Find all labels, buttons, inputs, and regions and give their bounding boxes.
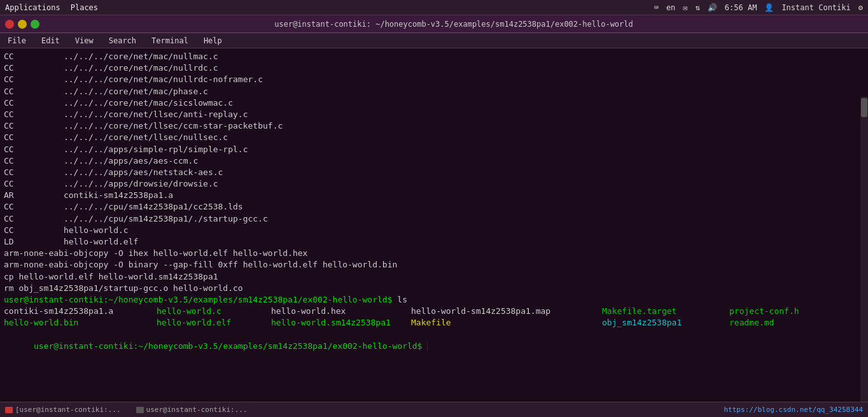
menu-bar: File Edit View Search Terminal Help [0, 33, 868, 48]
terminal-line: CC ../../../apps/drowsie/drowsie.c [4, 178, 864, 190]
maximize-button[interactable] [31, 20, 39, 29]
volume-icon: 🔊 [708, 3, 717, 12]
ls-output-line2: hello-world.bin hello-world.elf hello-wo… [4, 317, 864, 329]
close-button[interactable] [5, 20, 14, 29]
keyboard-lang: en [666, 3, 675, 12]
terminal-line: rm obj_sm14z2538pa1/startup-gcc.o hello-… [4, 283, 864, 294]
username: Instant Contiki [781, 3, 850, 12]
ls-output-line1: contiki-sm14z2538pa1.a hello-world.c hel… [4, 306, 864, 317]
menu-file[interactable]: File [3, 35, 31, 46]
terminal-line-prompt-final: user@instant-contiki:~/honeycomb-v3.5/ex… [4, 329, 864, 364]
terminal-line: CC ../../../core/net/mac/nullrdc-noframe… [4, 74, 864, 85]
places-menu[interactable]: Places [71, 3, 98, 12]
system-bar-left: Applications Places [5, 3, 98, 12]
network-icon: ⇅ [696, 3, 700, 12]
user-icon: 👤 [764, 3, 774, 12]
status-left: [user@instant-contiki:... user@instant-c… [5, 406, 248, 414]
terminal-line: CC ../../../apps/aes/aes-ccm.c [4, 155, 864, 167]
menu-terminal[interactable]: Terminal [146, 35, 193, 46]
menu-help[interactable]: Help [199, 35, 227, 46]
terminal-icon-2 [136, 407, 144, 413]
terminal-line: CC ../../../core/net/llsec/nullsec.c [4, 132, 864, 143]
terminal-line: CC ../../../core/net/mac/sicslowmac.c [4, 97, 864, 109]
terminal-line: CC ../../../apps/aes/netstack-aes.c [4, 167, 864, 178]
terminal-line: AR contiki-sm14z2538pa1.a [4, 190, 864, 201]
terminal-line: cp hello-world.elf hello-world.sm14z2538… [4, 271, 864, 283]
status-tab-2[interactable]: user@instant-contiki:... [136, 406, 248, 414]
scrollbar-thumb[interactable] [861, 98, 867, 117]
scrollbar[interactable] [860, 97, 868, 402]
tab-label-2: user@instant-contiki:... [146, 406, 248, 414]
terminal-icon [5, 407, 13, 413]
clock: 6:56 AM [725, 3, 757, 12]
minimize-button[interactable] [18, 20, 27, 29]
terminal-line: arm-none-eabi-objcopy -O ihex hello-worl… [4, 248, 864, 259]
status-link: https://blog.csdn.net/qq_34258344 [724, 406, 863, 414]
menu-view[interactable]: View [70, 35, 99, 46]
terminal-line: CC ../../../core/net/mac/nullrdc.c [4, 62, 864, 74]
menu-search[interactable]: Search [104, 35, 141, 46]
terminal-line: CC ../../../cpu/sm14z2538pa1/./startup-g… [4, 213, 864, 225]
status-tab-1[interactable]: [user@instant-contiki:... [5, 406, 121, 414]
system-bar: Applications Places ⌨ en ✉ ⇅ 🔊 6:56 AM 👤… [0, 0, 868, 15]
terminal-line-prompt: user@instant-contiki:~/honeycomb-v3.5/ex… [4, 294, 864, 306]
terminal-line: CC ../../../core/net/mac/phase.c [4, 86, 864, 97]
terminal-line: CC hello-world.c [4, 225, 864, 236]
mail-icon: ✉ [683, 3, 687, 12]
title-bar: user@instant-contiki: ~/honeycomb-v3.5/e… [0, 15, 868, 33]
terminal-line: arm-none-eabi-objcopy -O binary --gap-fi… [4, 259, 864, 271]
window-controls [5, 20, 39, 29]
terminal-line: CC ../../../cpu/sm14z2538pa1/cc2538.lds [4, 201, 864, 213]
status-bar: [user@instant-contiki:... user@instant-c… [0, 402, 868, 417]
terminal-line: CC ../../../core/net/llsec/anti-replay.c [4, 109, 864, 120]
terminal-line: CC ../../../core/net/llsec/ccm-star-pack… [4, 120, 864, 132]
terminal-line: CC ../../../core/net/mac/nullmac.c [4, 51, 864, 62]
system-bar-right: ⌨ en ✉ ⇅ 🔊 6:56 AM 👤 Instant Contiki ⚙ [654, 3, 863, 12]
terminal-line: LD hello-world.elf [4, 236, 864, 248]
settings-icon[interactable]: ⚙ [858, 3, 863, 12]
window-title: user@instant-contiki: ~/honeycomb-v3.5/e… [45, 20, 863, 29]
terminal-content: CC ../../../core/net/mac/nullmac.c CC ..… [0, 48, 868, 402]
keyboard-icon: ⌨ [654, 3, 659, 12]
applications-menu[interactable]: Applications [5, 3, 60, 12]
terminal-line: CC ../../../apps/simple-rpl/simple-rpl.c [4, 144, 864, 155]
terminal-lines: CC ../../../core/net/mac/nullmac.c CC ..… [4, 51, 864, 399]
tab-label-1: [user@instant-contiki:... [15, 406, 121, 414]
menu-edit[interactable]: Edit [36, 35, 65, 46]
